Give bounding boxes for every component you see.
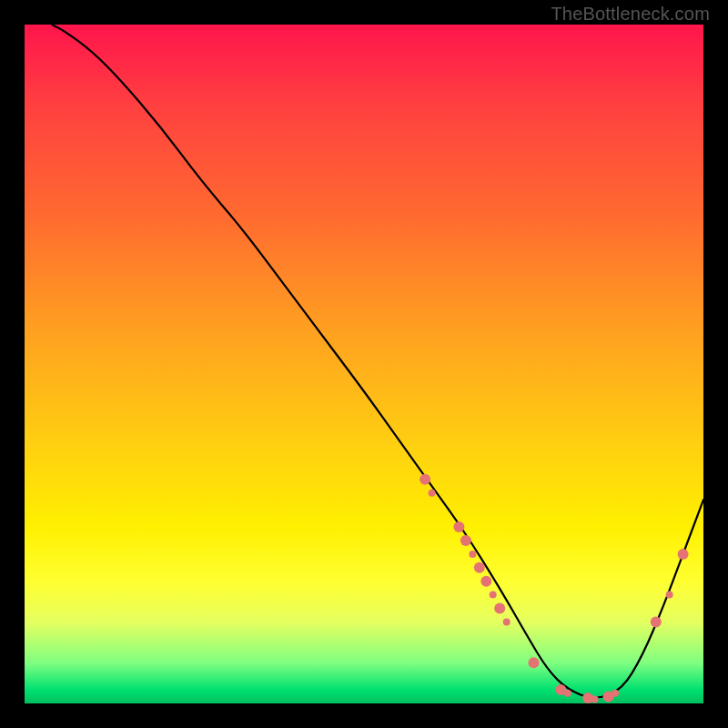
highlight-dot (469, 551, 476, 558)
highlight-dot (666, 592, 673, 599)
bottleneck-curve (52, 25, 703, 698)
highlight-dots-group (420, 474, 688, 703)
highlight-dot (592, 696, 599, 703)
highlight-dot (460, 535, 471, 546)
highlight-dot (503, 619, 511, 626)
watermark-text: TheBottleneck.com (551, 4, 710, 25)
chart-svg-overlay (25, 25, 703, 703)
highlight-dot (429, 490, 436, 497)
highlight-dot (420, 474, 430, 485)
highlight-dot (564, 690, 571, 697)
highlight-dot (651, 617, 662, 628)
highlight-dot (480, 576, 491, 587)
highlight-dot (612, 690, 619, 697)
highlight-dot (490, 592, 497, 599)
highlight-dot (529, 657, 540, 668)
highlight-dot (474, 562, 485, 573)
highlight-dot (453, 521, 464, 532)
chart-canvas: TheBottleneck.com (0, 0, 728, 728)
highlight-dot (494, 603, 505, 614)
highlight-dot (678, 549, 689, 560)
